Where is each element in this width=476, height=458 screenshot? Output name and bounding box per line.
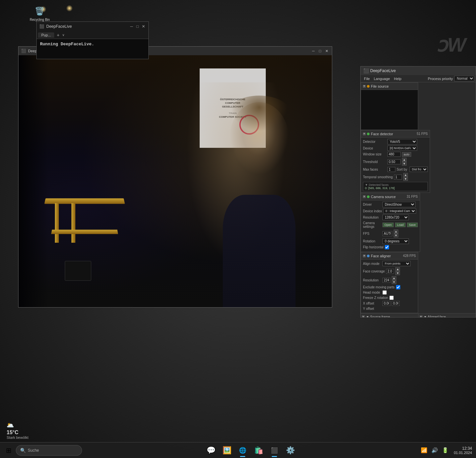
face-aligner-body: Align mode From points Face coverage ▲ ▼ [361, 260, 418, 313]
x-offset-input[interactable] [382, 301, 390, 306]
file-source-toggle[interactable]: ▼ [363, 85, 366, 88]
face-coverage-up[interactable]: ▲ [395, 267, 400, 271]
face-aligner-toggle[interactable]: ▼ [363, 255, 366, 257]
threshold-input[interactable] [387, 159, 401, 164]
taskbar-app-photos[interactable]: 🖼️ [219, 443, 234, 458]
device-select[interactable]: [0] NVIDIA GeForce RTX 30 [387, 146, 417, 151]
head-checkbox[interactable] [382, 290, 387, 295]
cam-load-btn[interactable]: Load [395, 223, 406, 227]
fps-label: FPS [363, 232, 381, 235]
threshold-down[interactable]: ▼ [402, 162, 407, 166]
exclude-checkbox[interactable] [396, 285, 400, 289]
clock-date: 01.01.2024 [454, 451, 472, 455]
cmd-minimize-btn[interactable]: ─ [129, 24, 134, 29]
cmd-maximize-btn[interactable]: □ [135, 24, 140, 29]
face-detector-body: Detector YoloV5 Device [0] NVIDIA GeForc… [361, 138, 430, 192]
fps-row: FPS ▲ ▼ [363, 229, 418, 237]
tray-battery-icon[interactable]: 🔋 [441, 446, 450, 455]
start-button[interactable]: ⊞ [3, 444, 15, 456]
face-coverage-down[interactable]: ▼ [395, 271, 400, 275]
output-maximize-btn[interactable]: □ [317, 48, 323, 54]
aligner-res-up[interactable]: ▲ [392, 276, 396, 280]
menu-file[interactable]: File [362, 77, 372, 81]
clock-time: 12:34 [462, 446, 472, 451]
taskbar-app-terminal[interactable]: ⬛ [267, 443, 282, 458]
search-box[interactable]: 🔍 Suche [16, 445, 82, 456]
taskbar: ⊞ 🔍 Suche 💬 🖼️ 🌐 🛍️ ⬛ ⚙️ [0, 442, 476, 458]
y-offset-row: Y offset [363, 307, 416, 311]
cam-settings-label: Camera settings [363, 221, 381, 229]
x-offset-input2[interactable] [392, 301, 400, 306]
temporal-down[interactable]: ▼ [403, 177, 408, 181]
window-size-auto-btn[interactable]: auto [402, 152, 411, 157]
threshold-spinner: ▲ ▼ [402, 158, 407, 166]
sort-by-select[interactable]: Dist fro [410, 167, 428, 172]
face-detector-panel: ▼ Face detector 51 FPS Detector YoloV5 D… [361, 130, 430, 193]
max-faces-input[interactable] [387, 167, 395, 172]
person-area [167, 82, 305, 307]
cmd-tab[interactable]: Pup... [38, 32, 54, 38]
flip-label: Flip horizontal [363, 245, 383, 249]
ceiling-light [66, 5, 73, 12]
resolution-select[interactable]: 1280x720 [382, 215, 409, 220]
aligner-resolution-input[interactable] [382, 278, 390, 283]
cam-save-btn[interactable]: Save [407, 223, 418, 227]
process-priority-label: Process priority [428, 77, 453, 81]
body [223, 195, 296, 307]
cmd-close-btn[interactable]: ✕ [141, 24, 146, 29]
camera-source-toggle[interactable]: ▼ [363, 195, 366, 198]
cam-open-btn[interactable]: Open [382, 223, 394, 227]
photos-icon: 🖼️ [222, 446, 231, 455]
driver-select[interactable]: DirectShow [382, 202, 416, 207]
search-icon: 🔍 [20, 448, 26, 453]
fps-input[interactable] [382, 231, 392, 236]
align-mode-select[interactable]: From points [382, 261, 411, 266]
fps-down[interactable]: ▼ [394, 233, 398, 237]
menu-help[interactable]: Help [392, 77, 404, 81]
aligned-face-toggle[interactable]: ▼ [420, 315, 422, 317]
recycle-bin-icon[interactable]: 🗑️ Recycling Bin [30, 7, 50, 21]
camera-source-body: Driver DirectShow Device index 0 : Integ… [361, 200, 420, 252]
source-frame-toggle[interactable]: ▼ [362, 315, 365, 317]
aligner-res-down[interactable]: ▼ [392, 280, 396, 284]
taskbar-app-chrome[interactable]: 🌐 [235, 443, 250, 458]
threshold-up[interactable]: ▲ [402, 158, 407, 162]
x-offset-row: X offset [363, 301, 416, 306]
file-source-header: ▼ File source [361, 83, 418, 90]
driver-label: Driver [363, 203, 381, 206]
output-close-btn[interactable]: ✕ [324, 48, 329, 54]
clock: 12:34 01.01.2024 [453, 446, 473, 455]
fps-up[interactable]: ▲ [394, 229, 398, 233]
aligned-face-title: ▼ Aligned face [424, 315, 446, 317]
detector-select[interactable]: YoloV5 [387, 139, 417, 145]
output-minimize-btn[interactable]: ─ [311, 48, 316, 54]
face-aligner-title: Face aligner [371, 254, 402, 258]
cmd-add-tab-btn[interactable]: + [56, 32, 61, 38]
rotation-select[interactable]: 0 degrees [382, 238, 409, 244]
window-size-input[interactable] [387, 152, 401, 157]
freeze-checkbox[interactable] [389, 296, 394, 300]
table-shelf [51, 229, 118, 234]
menu-language[interactable]: Language [372, 77, 392, 81]
temporal-input[interactable] [394, 175, 402, 180]
taskbar-app-settings[interactable]: ⚙️ [283, 443, 298, 458]
device-index-select[interactable]: 0 : Integrated Came [383, 208, 416, 214]
cmd-window: ⬛ DeepFaceLive ─ □ ✕ Pup... + ∨ Running … [36, 21, 149, 59]
file-source-panel: ▼ File source [361, 82, 418, 130]
tray-volume-icon[interactable]: 🔊 [430, 446, 439, 455]
face-detector-toggle[interactable]: ▼ [363, 133, 366, 135]
temporal-up[interactable]: ▲ [403, 173, 408, 177]
align-mode-row: Align mode From points [363, 261, 416, 266]
cmd-controls: ─ □ ✕ [129, 24, 146, 29]
camera-source-title: Camera source [371, 195, 405, 199]
taskbar-app-store[interactable]: 🛍️ [251, 443, 266, 458]
dfl-menubar: File Language Help Process priority Norm… [361, 75, 476, 82]
process-priority-select[interactable]: Normal High Low [454, 76, 474, 81]
cmd-tabs: Pup... + ∨ [37, 31, 148, 39]
flip-checkbox[interactable] [385, 245, 389, 249]
tray-network-icon[interactable]: 📶 [419, 446, 429, 455]
face-coverage-input[interactable] [386, 269, 394, 274]
taskbar-app-messenger[interactable]: 💬 [204, 443, 218, 458]
process-priority: Process priority Normal High Low [428, 76, 474, 81]
cmd-tab-dropdown[interactable]: ∨ [62, 33, 64, 37]
